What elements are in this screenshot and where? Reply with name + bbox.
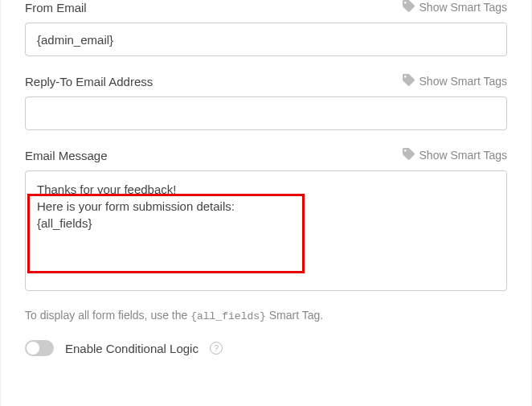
reply-to-smart-tags-text: Show Smart Tags bbox=[419, 75, 507, 88]
toggle-knob bbox=[27, 342, 39, 355]
from-email-label: From Email bbox=[25, 1, 87, 14]
help-icon[interactable]: ? bbox=[210, 342, 223, 355]
email-message-smart-tags-text: Show Smart Tags bbox=[419, 149, 507, 162]
email-message-label: Email Message bbox=[25, 149, 108, 162]
tag-icon bbox=[403, 148, 415, 162]
conditional-logic-toggle[interactable] bbox=[25, 340, 54, 356]
tag-icon bbox=[403, 0, 415, 14]
conditional-logic-row: Enable Conditional Logic ? bbox=[25, 340, 507, 356]
from-email-smart-tags-text: Show Smart Tags bbox=[419, 1, 507, 14]
conditional-logic-label: Enable Conditional Logic bbox=[65, 342, 198, 355]
email-message-textarea[interactable]: Thanks for your feedback! Here is your f… bbox=[25, 170, 507, 291]
reply-to-label: Reply-To Email Address bbox=[25, 75, 153, 88]
email-message-smart-tags-link[interactable]: Show Smart Tags bbox=[403, 148, 507, 162]
helper-text: To display all form fields, use the {all… bbox=[25, 309, 507, 322]
helper-code: {all_fields} bbox=[190, 310, 266, 322]
reply-to-input[interactable] bbox=[25, 96, 507, 130]
from-email-smart-tags-link[interactable]: Show Smart Tags bbox=[403, 0, 507, 14]
tag-icon bbox=[403, 74, 415, 88]
reply-to-smart-tags-link[interactable]: Show Smart Tags bbox=[403, 74, 507, 88]
helper-prefix: To display all form fields, use the bbox=[25, 309, 190, 322]
helper-suffix: Smart Tag. bbox=[266, 309, 323, 322]
from-email-input[interactable] bbox=[25, 23, 507, 56]
